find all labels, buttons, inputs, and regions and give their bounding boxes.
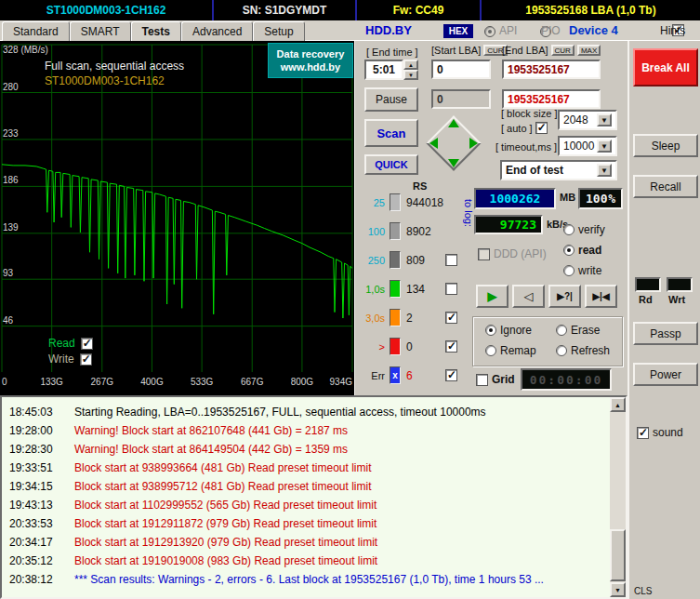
hex-button[interactable]: HEX xyxy=(443,24,473,38)
pause-button[interactable]: Pause xyxy=(364,87,418,112)
arrow-down-icon[interactable] xyxy=(448,159,459,167)
refresh-radio[interactable] xyxy=(556,345,567,356)
pio-label: PIO xyxy=(541,24,561,37)
last-lba-display[interactable]: 1953525167 xyxy=(502,89,601,109)
write-checkbox[interactable] xyxy=(80,353,92,366)
sleep-button[interactable]: Sleep xyxy=(633,134,698,157)
hints-label: Hints xyxy=(660,24,685,37)
ignore-label: Ignore xyxy=(500,324,532,337)
block-size-select[interactable]: 2048 ▼ xyxy=(558,110,617,130)
auto-block-row: [ auto ] xyxy=(501,122,548,134)
remap-radio[interactable] xyxy=(485,345,496,356)
start-lba-head: [Start LBA] CUR xyxy=(431,45,508,56)
passp-button[interactable]: Passp xyxy=(633,322,698,345)
tab-setup[interactable]: Setup xyxy=(253,21,304,41)
verify-mode-row: verify xyxy=(563,223,605,236)
block-size-value: 2048 xyxy=(563,113,588,126)
dropdown-arrow-icon[interactable]: ▼ xyxy=(597,164,612,177)
end-lba-cur-button[interactable]: CUR xyxy=(551,45,575,56)
end-lba-max-button[interactable]: MAX xyxy=(577,45,601,56)
log-line: 20:33:53Block start at 1912911872 (979 G… xyxy=(2,514,626,533)
speed-bin-row: 1,0s134 xyxy=(357,274,465,303)
tab-advanced[interactable]: Advanced xyxy=(181,21,253,41)
grid-checkbox[interactable] xyxy=(476,374,488,386)
arrow-up-icon[interactable] xyxy=(448,119,459,127)
sound-checkbox[interactable] xyxy=(637,427,649,439)
spinner-up-icon[interactable]: ▲ xyxy=(403,60,418,70)
end-time-spinner: ▲ ▼ xyxy=(403,60,418,80)
scroll-down-icon[interactable]: ▼ xyxy=(610,582,626,597)
bin-log-checkbox[interactable] xyxy=(445,312,457,324)
tab-bar: Standard SMART Tests Advanced Setup HDD.… xyxy=(0,20,700,41)
log-line: 18:45:03Starting Reading, LBA=0..1953525… xyxy=(2,403,626,421)
speed-bin-row: 25944018 xyxy=(357,188,465,217)
end-action-select[interactable]: End of test ▼ xyxy=(500,160,617,180)
media-buttons: ▶ ◁ ▶?| ▶|◀ xyxy=(476,285,617,308)
bin-log-checkbox[interactable] xyxy=(445,254,457,266)
tab-tests[interactable]: Tests xyxy=(131,21,181,41)
start-lba-input[interactable]: 0 xyxy=(431,60,491,79)
spinner-down-icon[interactable]: ▼ xyxy=(403,70,418,80)
bin-color-block-icon xyxy=(390,222,401,240)
ignore-row: Ignore xyxy=(485,324,532,337)
bin-count: 809 xyxy=(406,254,425,267)
timeout-select[interactable]: 10000 ▼ xyxy=(558,136,617,156)
log-line: 20:35:12Block start at 1919019008 (983 G… xyxy=(2,552,626,570)
bin-log-checkbox[interactable] xyxy=(445,340,457,353)
break-all-button[interactable]: Break All xyxy=(633,48,698,87)
arrow-left-icon[interactable] xyxy=(429,138,438,149)
badge-line1: Data recovery xyxy=(277,47,345,60)
dropdown-arrow-icon[interactable]: ▼ xyxy=(597,140,612,153)
seek-question-button[interactable]: ▶?| xyxy=(548,285,581,308)
wrt-label: Wrt xyxy=(668,294,685,305)
rd-indicator xyxy=(635,277,661,292)
seek-edges-button[interactable]: ▶|◀ xyxy=(585,285,617,308)
play-button[interactable]: ▶ xyxy=(476,285,508,308)
x-axis-tick-label: 400G xyxy=(140,377,164,387)
bin-log-checkbox[interactable] xyxy=(445,283,457,295)
x-axis-tick-label: 667G xyxy=(241,377,264,387)
play-back-button[interactable]: ◁ xyxy=(512,285,545,308)
log-lines: 18:45:03Starting Reading, LBA=0..1953525… xyxy=(2,403,626,589)
auto-checkbox[interactable] xyxy=(535,122,548,134)
write-radio[interactable] xyxy=(563,265,575,276)
log-scrollbar[interactable]: ▲ ▼ xyxy=(610,397,626,597)
end-lba-input[interactable]: 1953525167 xyxy=(502,60,601,79)
write-label: Write xyxy=(48,353,74,366)
log-time: 20:33:53 xyxy=(2,517,59,530)
read-radio[interactable] xyxy=(563,245,575,256)
speed-bin-row: Errx6 xyxy=(357,361,465,390)
victoria-hdd-app: ST1000DM003-1CH162 SN: S1DGYMDT Fw: CC49… xyxy=(0,0,700,599)
bin-threshold-label: 100 xyxy=(359,226,385,237)
navigation-diamond[interactable] xyxy=(422,112,485,175)
speed-bin-row: 250809 xyxy=(357,246,465,274)
device-selector[interactable]: Device 4 xyxy=(569,23,618,37)
scroll-up-icon[interactable]: ▲ xyxy=(610,397,626,412)
read-checkbox[interactable] xyxy=(81,338,93,350)
api-label: API xyxy=(499,24,517,37)
bin-threshold-label: 25 xyxy=(359,197,385,208)
bin-log-checkbox[interactable] xyxy=(445,369,457,381)
ddd-row: DDD (API) xyxy=(478,247,547,260)
tab-standard[interactable]: Standard xyxy=(2,21,70,41)
log-time: 20:38:12 xyxy=(2,573,59,586)
recall-button[interactable]: Recall xyxy=(633,175,698,198)
arrow-right-icon[interactable] xyxy=(469,138,478,149)
api-radio xyxy=(484,26,495,37)
log-time: 18:45:03 xyxy=(2,406,59,419)
power-button[interactable]: Power xyxy=(633,363,698,386)
percent-display: 100 % xyxy=(578,188,623,209)
tab-smart[interactable]: SMART xyxy=(70,21,131,41)
dropdown-arrow-icon[interactable]: ▼ xyxy=(597,113,612,126)
scroll-thumb[interactable] xyxy=(610,529,626,581)
quick-button[interactable]: QUICK xyxy=(364,154,418,175)
verify-radio[interactable] xyxy=(563,224,575,235)
log-line: 19:28:30Warning! Block start at 86414950… xyxy=(2,440,626,459)
ignore-radio[interactable] xyxy=(485,325,496,336)
erase-radio[interactable] xyxy=(556,325,567,336)
cls-button[interactable]: CLS xyxy=(634,586,652,596)
bin-color-block-icon xyxy=(390,338,401,355)
scan-button[interactable]: Scan xyxy=(364,119,418,147)
end-time-value[interactable]: 5:01 xyxy=(364,60,403,80)
verify-label: verify xyxy=(578,223,605,236)
